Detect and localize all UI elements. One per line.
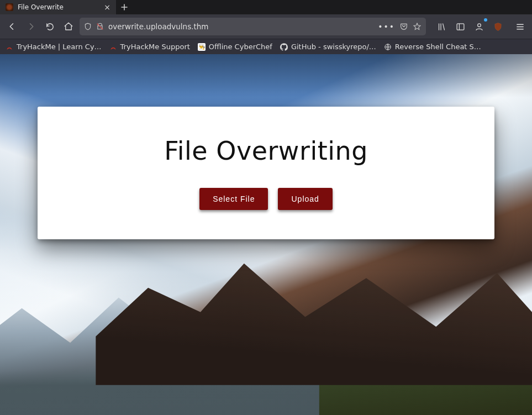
tab-favicon <box>6 3 13 11</box>
close-tab-icon[interactable]: × <box>104 3 110 11</box>
globe-icon <box>384 43 392 51</box>
bookmarks-bar: TryHackMe | Learn Cy… TryHackMe Support … <box>0 39 532 54</box>
insecure-connection-icon[interactable] <box>96 23 104 30</box>
tryhackme-icon <box>109 43 117 51</box>
bookmark-tryhackme-learn[interactable]: TryHackMe | Learn Cy… <box>6 43 102 51</box>
account-icon[interactable] <box>471 19 487 34</box>
select-file-button[interactable]: Select File <box>199 188 268 210</box>
page-actions-icon[interactable]: ••• <box>378 22 395 31</box>
bookmark-label: Reverse Shell Cheat S… <box>395 43 481 51</box>
library-icon[interactable] <box>434 19 449 34</box>
page-viewport: File Overwriting Select File Upload <box>0 54 532 415</box>
upload-card: File Overwriting Select File Upload <box>38 107 494 239</box>
sidebars-icon[interactable] <box>452 19 468 34</box>
toolbar-right-icons <box>434 19 528 34</box>
extension-icon[interactable] <box>490 19 505 34</box>
reload-button[interactable] <box>42 19 57 34</box>
tab-title: File Overwrite <box>18 3 99 11</box>
navigation-toolbar: overwrite.uploadvulns.thm ••• <box>0 14 532 39</box>
browser-tab[interactable]: File Overwrite × <box>0 0 116 14</box>
hamburger-menu-icon[interactable] <box>512 19 528 34</box>
bookmark-label: TryHackMe Support <box>120 43 190 51</box>
bookmark-label: TryHackMe | Learn Cy… <box>17 43 102 51</box>
bookmark-star-icon[interactable] <box>413 22 422 31</box>
bookmark-tryhackme-support[interactable]: TryHackMe Support <box>109 43 190 51</box>
bookmark-label: Offline CyberChef <box>209 43 272 51</box>
github-icon <box>280 43 288 51</box>
bookmark-github-swisskyrepo[interactable]: GitHub - swisskyrepo/… <box>280 43 376 51</box>
new-tab-button[interactable] <box>116 0 133 14</box>
svg-rect-0 <box>457 23 464 29</box>
page-heading: File Overwriting <box>164 136 368 166</box>
bookmark-cyberchef[interactable]: 👨‍🍳 Offline CyberChef <box>198 43 272 51</box>
cyberchef-icon: 👨‍🍳 <box>198 43 206 51</box>
bookmark-revshell-cheatsheet[interactable]: Reverse Shell Cheat S… <box>384 43 481 51</box>
tab-bar: File Overwrite × <box>0 0 532 14</box>
url-text: overwrite.uploadvulns.thm <box>108 22 373 31</box>
address-bar[interactable]: overwrite.uploadvulns.thm ••• <box>80 18 426 35</box>
forward-button[interactable] <box>23 19 39 34</box>
back-button[interactable] <box>4 19 20 34</box>
button-row: Select File Upload <box>199 188 333 210</box>
svg-point-1 <box>477 23 481 27</box>
tryhackme-icon <box>6 43 13 51</box>
tracking-shield-icon[interactable] <box>84 23 92 30</box>
upload-button[interactable]: Upload <box>278 188 332 210</box>
home-button[interactable] <box>61 19 76 34</box>
reader-pocket-icon[interactable] <box>399 22 408 31</box>
bookmark-label: GitHub - swisskyrepo/… <box>291 43 376 51</box>
